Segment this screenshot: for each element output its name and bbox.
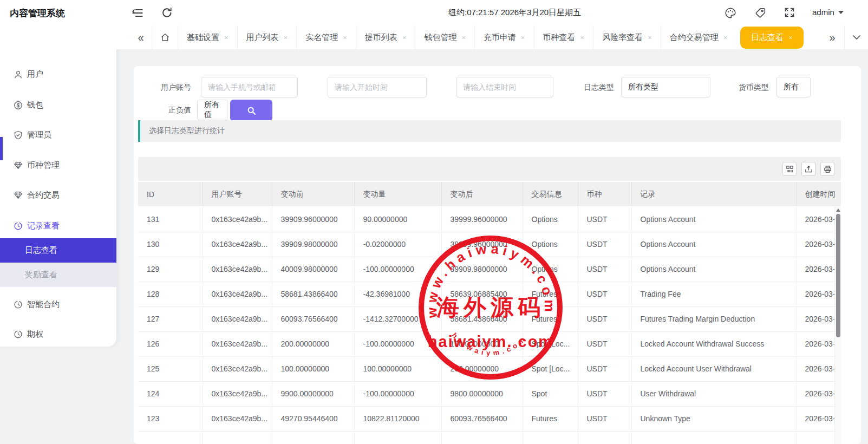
tab-withdraw-list[interactable]: 提币列表 × bbox=[356, 25, 415, 49]
col-header-change: 变动量 bbox=[354, 182, 441, 207]
notice-bar: 选择日志类型进行统计 bbox=[138, 120, 841, 142]
tab-log-view-active[interactable]: 日志查看 × bbox=[740, 27, 804, 49]
sidebar-item-users[interactable]: 用户 bbox=[0, 67, 116, 81]
log-type-select[interactable]: 所有类型 bbox=[621, 77, 710, 97]
table-row: 1310x163ce42a9b... 39909.9600000090.0000… bbox=[138, 207, 841, 232]
tab-basic-settings[interactable]: 基础设置 × bbox=[178, 25, 237, 49]
table-row: 1260x163ce42a9b... 200.00000000-100.0000… bbox=[138, 331, 841, 356]
theme-palette-icon[interactable] bbox=[725, 7, 736, 19]
sidebar-item-coin-mgmt[interactable]: 币种管理 bbox=[0, 158, 116, 172]
top-bar: 内容管理系统 纽约:07:21:57 2026年3月20日星期五 admi bbox=[0, 0, 868, 25]
tabs-scroll-right-button[interactable]: » bbox=[820, 25, 844, 49]
sidebar-subitem-log-view[interactable]: 日志查看 bbox=[0, 238, 116, 263]
currency-type-select[interactable]: 所有 bbox=[776, 77, 811, 97]
close-icon[interactable]: × bbox=[402, 34, 407, 42]
table-row: 1270x163ce42a9b... 60093.76566400-1412.3… bbox=[138, 306, 841, 331]
col-header-after: 变动后 bbox=[441, 182, 523, 207]
col-header-id: ID bbox=[138, 182, 203, 207]
search-button[interactable] bbox=[230, 100, 272, 121]
columns-icon bbox=[786, 165, 794, 173]
table-scrollbar-thumb[interactable] bbox=[836, 214, 840, 337]
notice-text: 选择日志类型进行统计 bbox=[149, 126, 225, 136]
wallet-icon bbox=[14, 101, 23, 110]
tab-kyc[interactable]: 实名管理 × bbox=[296, 25, 356, 49]
sign-select[interactable]: 所有值 bbox=[197, 100, 227, 120]
tab-contract-trade-mgmt[interactable]: 合约交易管理 × bbox=[661, 25, 736, 49]
tag-icon[interactable] bbox=[755, 7, 767, 19]
username: admin bbox=[812, 8, 834, 17]
refresh-icon[interactable] bbox=[161, 7, 173, 19]
scroll-up-arrow-icon[interactable] bbox=[836, 208, 840, 212]
main-content-card: 用户账号 日志类型 所有类型 货币类型 所有 正负值 所有值 选择日志类型进行统… bbox=[134, 66, 861, 444]
tabs-dropdown-button[interactable] bbox=[844, 25, 868, 49]
tab-risk-rate[interactable]: 风险率查看 × bbox=[593, 25, 661, 49]
table-scrollbar[interactable] bbox=[834, 207, 841, 444]
home-tab[interactable] bbox=[152, 25, 178, 49]
sidebar: 设置 用户 钱包 管理员 bbox=[0, 25, 116, 347]
history-icon bbox=[14, 330, 23, 339]
currency-type-label: 货币类型 bbox=[739, 77, 769, 97]
col-header-coin: 币种 bbox=[578, 182, 631, 207]
history-icon bbox=[14, 300, 23, 309]
app-title: 内容管理系统 bbox=[10, 7, 65, 19]
user-menu[interactable]: admin bbox=[812, 8, 844, 17]
close-icon[interactable]: × bbox=[284, 34, 288, 42]
table-toolbar bbox=[138, 157, 841, 181]
chevron-down-icon bbox=[838, 11, 844, 14]
col-header-trade-info: 交易信息 bbox=[523, 182, 578, 207]
collapse-menu-icon[interactable] bbox=[132, 7, 143, 19]
table-row: 1290x163ce42a9b... 40009.98000000-100.00… bbox=[138, 257, 841, 282]
tab-bar: « 基础设置 × 用户列表 × 实名管理 × 提币列表 × 钱包管理 × 充币申… bbox=[0, 25, 868, 49]
sidebar-item-wallet[interactable]: 钱包 bbox=[0, 98, 116, 112]
sidebar-item-admins[interactable]: 管理员 bbox=[0, 128, 116, 142]
close-icon[interactable]: × bbox=[788, 34, 793, 42]
sidebar-scrollbar-thumb[interactable] bbox=[0, 137, 3, 160]
gem-icon bbox=[14, 161, 23, 170]
start-time-input[interactable] bbox=[328, 77, 427, 97]
table-row: 1250x163ce42a9b... 100.00000000100.00000… bbox=[138, 356, 841, 381]
account-input[interactable] bbox=[201, 77, 298, 97]
export-button[interactable] bbox=[801, 162, 815, 176]
end-time-input[interactable] bbox=[456, 77, 553, 97]
tab-deposit-request[interactable]: 充币申请 × bbox=[474, 25, 534, 49]
sidebar-subitem-reward-view[interactable]: 奖励查看 bbox=[0, 263, 116, 287]
print-button[interactable] bbox=[820, 162, 834, 176]
clock-datetime: 纽约:07:21:57 2026年3月20日星期五 bbox=[448, 8, 581, 18]
history-icon bbox=[14, 221, 23, 231]
col-header-created: 创建时间 bbox=[796, 182, 841, 207]
col-header-before: 变动前 bbox=[272, 182, 354, 207]
table-row: 1240x163ce42a9b... 9900.00000000-100.000… bbox=[138, 381, 841, 406]
tab-user-list[interactable]: 用户列表 × bbox=[237, 25, 297, 49]
table-row-partial bbox=[138, 431, 841, 444]
close-icon[interactable]: × bbox=[723, 34, 728, 42]
fullscreen-icon[interactable] bbox=[784, 7, 796, 19]
col-header-account: 用户账号 bbox=[203, 182, 272, 207]
col-header-record: 记录 bbox=[631, 182, 796, 207]
search-icon bbox=[247, 106, 256, 115]
close-icon[interactable]: × bbox=[461, 34, 466, 42]
table-row: 1230x163ce42a9b... 49270.9544640010822.8… bbox=[138, 406, 841, 431]
table-row: 1280x163ce42a9b... 58681.43866400-42.369… bbox=[138, 282, 841, 306]
close-icon[interactable]: × bbox=[521, 34, 525, 42]
sidebar-item-record-view[interactable]: 记录查看 bbox=[0, 219, 116, 233]
tabs-scroll-left-button[interactable]: « bbox=[130, 25, 152, 49]
close-icon[interactable]: × bbox=[224, 34, 229, 42]
close-icon[interactable]: × bbox=[648, 34, 652, 42]
sidebar-item-smart-contract[interactable]: 智能合约 bbox=[0, 297, 116, 311]
export-icon bbox=[805, 165, 813, 173]
account-label: 用户账号 bbox=[161, 77, 191, 97]
record-view-submenu: 日志查看 奖励查看 bbox=[0, 238, 116, 287]
shield-check-icon bbox=[14, 130, 23, 140]
home-icon bbox=[160, 32, 170, 42]
tab-wallet-mgmt[interactable]: 钱包管理 × bbox=[415, 25, 474, 49]
sidebar-item-contract-trade[interactable]: 合约交易 bbox=[0, 188, 116, 202]
sidebar-item-options[interactable]: 期权 bbox=[0, 327, 116, 341]
table-header-row: ID 用户账号 变动前 变动量 变动后 交易信息 币种 记录 创建时间 bbox=[138, 182, 841, 207]
close-icon[interactable]: × bbox=[580, 34, 585, 42]
print-icon bbox=[824, 165, 832, 173]
columns-toggle-button[interactable] bbox=[782, 162, 797, 176]
gem-icon bbox=[14, 191, 23, 200]
close-icon[interactable]: × bbox=[343, 34, 347, 42]
tab-coin-view[interactable]: 币种查看 × bbox=[534, 25, 593, 49]
chevron-down-icon bbox=[853, 35, 860, 40]
